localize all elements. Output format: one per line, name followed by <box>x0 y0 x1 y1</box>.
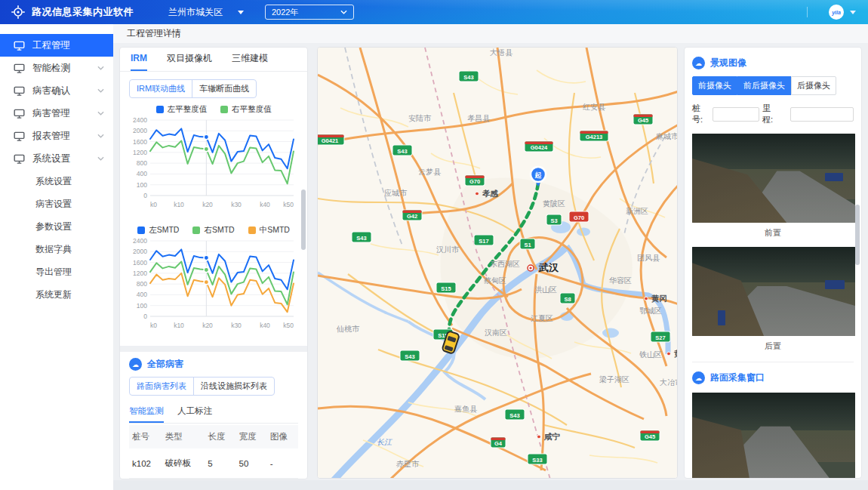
road-shield-G42: G42 <box>402 210 423 221</box>
field-label-0: 桩号: <box>692 103 709 125</box>
sidebar-subitem-export-manage[interactable]: 导出管理 <box>0 260 113 283</box>
detail-tab-2[interactable]: 三维建模 <box>232 52 268 71</box>
road-capture-title: 路面采集窗口 <box>710 371 765 384</box>
stake-number-input[interactable] <box>713 107 759 122</box>
map-label-安陆市: 安陆市 <box>408 114 432 122</box>
svg-text:k50: k50 <box>283 201 294 208</box>
detail-tab-1[interactable]: 双目摄像机 <box>167 52 212 71</box>
road-capture-photo[interactable] <box>692 393 855 479</box>
sidebar-item-defect-confirm[interactable]: 病害确认 <box>0 79 113 102</box>
region-dropdown[interactable]: 兰州市城关区 <box>168 6 251 19</box>
svg-text:起: 起 <box>534 171 542 179</box>
top-header: 路况信息采集内业软件 兰州市城关区 2022年 yila <box>0 0 868 24</box>
svg-text:400: 400 <box>137 291 147 298</box>
svg-text:k10: k10 <box>174 201 184 208</box>
curve-toggle-1[interactable]: 车辙断面曲线 <box>192 80 256 97</box>
left-panel-scrollbar[interactable] <box>301 190 306 250</box>
svg-text:800: 800 <box>137 159 147 167</box>
map-label-麻城市: 麻城市 <box>656 132 678 140</box>
map-label-孝昌县: 孝昌县 <box>467 114 491 122</box>
svg-text:云梦县: 云梦县 <box>418 168 442 176</box>
cloud-icon: ☁ <box>692 371 705 384</box>
map-label-仙桃市: 仙桃市 <box>336 325 360 333</box>
map[interactable]: S43G45G4213G0421S43G0424G70G42S43S3G70S1… <box>318 48 678 479</box>
road-shield-G4: G4 <box>491 437 506 448</box>
svg-text:S33: S33 <box>532 457 542 464</box>
svg-text:k0: k0 <box>150 322 157 329</box>
defects-section-title: 全部病害 <box>147 358 183 371</box>
sidebar-subitem-data-dict[interactable]: 数据字典 <box>0 238 113 260</box>
right-panel-scrollbar[interactable] <box>855 205 860 265</box>
app-logo-icon <box>11 5 26 20</box>
user-menu-caret-icon[interactable] <box>850 11 856 14</box>
svg-text:黄冈: 黄冈 <box>651 294 667 303</box>
svg-text:2400: 2400 <box>133 237 147 245</box>
mileage-input[interactable] <box>790 107 854 122</box>
sidebar-item-smart-detect[interactable]: 智能检测 <box>0 57 113 79</box>
map-label-大悟县: 大悟县 <box>490 48 513 57</box>
sidebar-item-report[interactable]: 报表管理 <box>0 125 113 147</box>
camera-button-1[interactable]: 前后摄像头 <box>737 76 791 95</box>
camera-button-2[interactable]: 后摄像头 <box>791 76 836 95</box>
app-title: 路况信息采集内业软件 <box>32 5 134 19</box>
sidebar-subitem-defect-settings[interactable]: 病害设置 <box>0 193 113 215</box>
road-shield-S43: S43 <box>352 232 372 243</box>
cloud-icon: ☁ <box>129 358 142 371</box>
svg-text:1600: 1600 <box>133 138 147 146</box>
sidebar-subitem-param-settings[interactable]: 参数设置 <box>0 215 113 238</box>
detail-tab-0[interactable]: IRM <box>131 53 147 71</box>
svg-text:咸宁: 咸宁 <box>543 432 561 441</box>
app-window: 路况信息采集内业软件 兰州市城关区 2022年 yila 工程管理智能检测病害确… <box>0 0 868 490</box>
detail-panel: IRM双目摄像机三维建模 IRM联动曲线车辙断面曲线 左平整度值右平整度值 01… <box>119 47 308 479</box>
map-label-汉川市: 汉川市 <box>436 245 460 254</box>
svg-text:k10: k10 <box>174 322 184 329</box>
chevron-down-icon <box>340 10 347 14</box>
front-camera-photo[interactable] <box>692 134 855 223</box>
road-shield-G0424: G0424 <box>525 141 554 153</box>
map-label-洪山区: 洪山区 <box>534 285 557 294</box>
table-cell <box>267 479 298 480</box>
svg-text:梁子湖区: 梁子湖区 <box>599 375 629 384</box>
road-shield-S15: S15 <box>436 282 457 294</box>
camera-button-0[interactable]: 前摄像头 <box>692 76 737 95</box>
defect-list-toggle-0[interactable]: 路面病害列表 <box>130 378 193 395</box>
table-header-cell: 类型 <box>162 425 205 448</box>
avatar[interactable]: yila <box>829 5 844 20</box>
road-shield-G45: G45 <box>633 114 654 125</box>
sidebar-item-settings[interactable]: 系统设置 <box>0 147 113 170</box>
table-row[interactable]: k102破碎板550- <box>129 448 298 479</box>
road-shield-S27: S27 <box>651 331 671 343</box>
header-divider <box>807 7 808 17</box>
road-shield-S1: S1 <box>520 239 536 250</box>
svg-text:S43: S43 <box>405 353 414 360</box>
map-container[interactable]: S43G45G4213G0421S43G0424G70G42S43S3G70S1… <box>317 47 678 479</box>
sidebar-item-defect-manage[interactable]: 病害管理 <box>0 102 113 125</box>
table-cell: 5 <box>205 479 235 480</box>
irm-linkage-chart[interactable]: 01004008001200160020002400k0k10k20k30k40… <box>129 115 300 216</box>
defect-tab-1[interactable]: 人工标注 <box>177 402 212 423</box>
svg-text:k30: k30 <box>231 201 242 208</box>
monitor-icon <box>14 41 25 51</box>
sidebar-subitem-system-update[interactable]: 系统更新 <box>0 283 113 306</box>
rear-camera-photo[interactable] <box>692 247 855 336</box>
defect-tab-0[interactable]: 智能监测 <box>129 402 164 423</box>
svg-text:孝感: 孝感 <box>482 189 499 198</box>
road-shield-S3: S3 <box>546 214 562 226</box>
sidebar-subitem-system-settings[interactable]: 系统设置 <box>0 170 113 193</box>
panel-divider <box>692 362 854 362</box>
svg-text:黄陂区: 黄陂区 <box>543 199 565 208</box>
smtd-chart[interactable]: 01004008001200160020002400k0k10k20k30k40… <box>129 236 300 337</box>
monitor-icon <box>14 86 25 96</box>
map-label-赤壁市: 赤壁市 <box>396 460 420 468</box>
defect-list-toggle-1[interactable]: 沿线设施损坏列表 <box>193 378 274 395</box>
table-row[interactable]: k102破碎板550 <box>129 479 298 480</box>
svg-text:S43: S43 <box>397 148 407 155</box>
year-select[interactable]: 2022年 <box>265 5 354 20</box>
map-label-梁子湖区: 梁子湖区 <box>599 375 629 384</box>
table-cell: 50 <box>236 479 267 480</box>
monitor-icon <box>14 131 25 141</box>
svg-text:华容区: 华容区 <box>609 276 632 285</box>
sidebar-item-project[interactable]: 工程管理 <box>0 34 113 57</box>
curve-toggle-0[interactable]: IRM联动曲线 <box>130 80 192 97</box>
svg-text:应城市: 应城市 <box>384 189 408 197</box>
